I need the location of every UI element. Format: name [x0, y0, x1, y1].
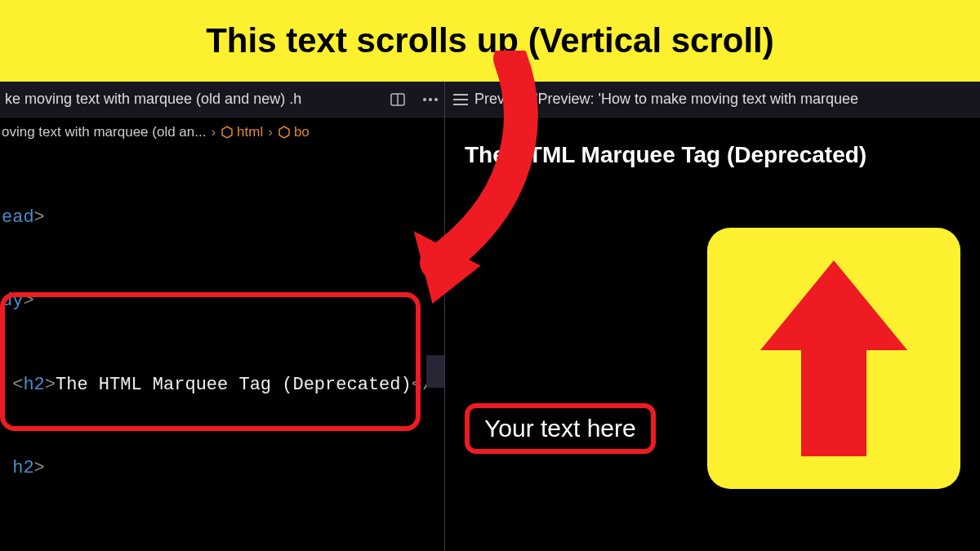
preview-menu-icon[interactable]	[453, 94, 468, 105]
chevron-right-icon: ›	[211, 124, 216, 140]
editor-tabbar: ke moving text with marquee (old and new…	[0, 82, 444, 118]
preview-marquee-text: Your text here	[484, 415, 636, 442]
main-split: ke moving text with marquee (old and new…	[0, 82, 980, 551]
breadcrumb-file: oving text with marquee (old an...	[2, 124, 206, 140]
chevron-right-icon: ›	[268, 124, 273, 140]
svg-point-2	[423, 98, 426, 101]
minimap[interactable]	[426, 355, 444, 388]
banner-text: This text scrolls up (Vertical scroll)	[206, 21, 774, 60]
breadcrumb[interactable]: oving text with marquee (old an... › htm…	[0, 118, 444, 147]
breadcrumb-symbol-html[interactable]: html	[220, 124, 263, 140]
highlight-box-preview: Your text here	[465, 403, 656, 454]
svg-point-3	[429, 98, 432, 101]
breadcrumb-symbol-body[interactable]: bo	[278, 124, 310, 140]
editor-tab[interactable]: ke moving text with marquee (old and new…	[0, 91, 389, 108]
preview-pane: Preview: 'Preview: 'How to make moving t…	[445, 82, 980, 551]
svg-point-4	[434, 98, 438, 101]
tab-action-icons	[389, 91, 439, 109]
preview-tabbar: Preview: 'Preview: 'How to make moving t…	[445, 82, 980, 118]
preview-body: The HTML Marquee Tag (Deprecated) Your t…	[445, 118, 980, 551]
code-editor[interactable]: ead> dy> <h2>The HTML Marquee Tag (Depre…	[0, 147, 444, 551]
banner: This text scrolls up (Vertical scroll)	[0, 0, 980, 82]
up-arrow-icon	[752, 252, 915, 464]
more-actions-icon[interactable]	[421, 91, 439, 109]
split-editor-icon[interactable]	[389, 91, 407, 109]
editor-pane: ke moving text with marquee (old and new…	[0, 82, 445, 551]
preview-heading: The HTML Marquee Tag (Deprecated)	[465, 142, 960, 168]
up-arrow-card	[707, 228, 960, 489]
preview-tab-label[interactable]: Preview: 'Preview: 'How to make moving t…	[474, 91, 858, 108]
